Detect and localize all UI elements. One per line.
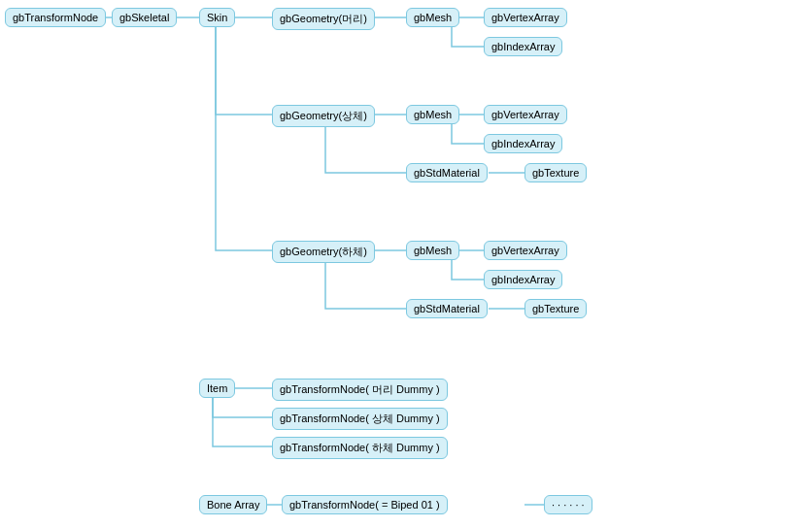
node-gbVertexArray_upper: gbVertexArray [484,105,567,124]
node-Item: Item [199,379,235,398]
node-gbIndexArray_lower: gbIndexArray [484,270,562,289]
node-gbTransformNode_head_dummy: gbTransformNode( 머리 Dummy ) [272,379,448,401]
node-gbTransformNode_upper_dummy: gbTransformNode( 상체 Dummy ) [272,408,448,430]
node-gbGeometry_head: gbGeometry(머리) [272,8,375,30]
node-gbMesh_head: gbMesh [406,8,459,27]
node-gbVertexArray_head: gbVertexArray [484,8,567,27]
node-Skin: Skin [199,8,235,27]
node-gbTransformNode_lower_dummy: gbTransformNode( 하체 Dummy ) [272,437,448,459]
node-gbTexture_upper: gbTexture [524,163,587,182]
node-gbIndexArray_head: gbIndexArray [484,37,562,56]
node-BoneArray: Bone Array [199,495,267,514]
node-gbGeometry_lower: gbGeometry(하체) [272,241,375,263]
node-gbTexture_lower: gbTexture [524,299,587,318]
node-gbMesh_upper: gbMesh [406,105,459,124]
node-gbTransformNode_biped: gbTransformNode( = Biped 01 ) [282,495,448,514]
node-dots: · · · · · · [544,495,592,514]
diagram: gbTransformNodegbSkeletalSkingbGeometry(… [0,0,812,528]
node-gbVertexArray_lower: gbVertexArray [484,241,567,260]
node-gbMesh_lower: gbMesh [406,241,459,260]
node-gbStdMaterial_lower: gbStdMaterial [406,299,488,318]
node-gbIndexArray_upper: gbIndexArray [484,134,562,153]
node-gbGeometry_upper: gbGeometry(상체) [272,105,375,127]
node-gbSkeletal: gbSkeletal [112,8,177,27]
node-gbTransformNode: gbTransformNode [5,8,106,27]
node-gbStdMaterial_upper: gbStdMaterial [406,163,488,182]
